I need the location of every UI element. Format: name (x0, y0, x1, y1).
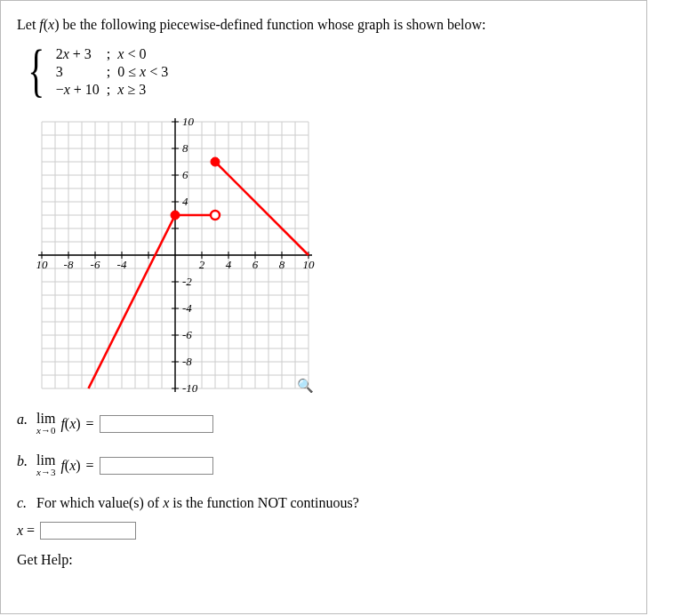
piecewise-graph: 10 -8 -6 -4 2 4 6 8 10 10 8 6 4 -2 -4 -6 (33, 113, 317, 397)
open-point-3-3 (211, 211, 220, 220)
svg-text:10: 10 (303, 258, 316, 271)
equals: = (86, 458, 94, 474)
answer-input-b[interactable] (100, 457, 213, 475)
svg-text:-4: -4 (182, 301, 192, 315)
intro-tail: be the following piecewise-defined funct… (63, 17, 486, 32)
case-expr: 2x + 3 (56, 45, 107, 63)
closed-point-3-7 (211, 157, 220, 166)
case-sep: ; (107, 81, 117, 99)
case-expr: 3 (56, 63, 107, 81)
get-help-label: Get Help: (17, 552, 630, 568)
left-brace: { (28, 44, 44, 97)
question-label: c. (17, 495, 36, 516)
svg-text:10: 10 (36, 258, 49, 271)
case-expr: −x + 10 (56, 81, 107, 99)
question-label: b. (17, 453, 36, 469)
magnifier-icon[interactable]: 🔍 (297, 378, 314, 394)
svg-text:6: 6 (252, 258, 259, 271)
svg-text:-2: -2 (182, 275, 192, 288)
case-sep: ; (107, 45, 117, 63)
questions-block: a. lim x→0 f(x) = b. lim x→3 f(x) = (17, 412, 630, 568)
svg-text:-8: -8 (182, 355, 192, 368)
case-cond: 0 ≤ x < 3 (117, 63, 175, 81)
svg-text:-4: -4 (117, 258, 127, 271)
func-expr: f(x) (60, 458, 80, 474)
svg-text:6: 6 (182, 168, 188, 181)
svg-text:-10: -10 (182, 381, 198, 395)
svg-text:10: 10 (182, 115, 195, 128)
svg-text:4: 4 (226, 258, 232, 271)
case-cond: x ≥ 3 (117, 81, 175, 99)
svg-text:4: 4 (182, 195, 188, 208)
svg-text:8: 8 (279, 258, 285, 271)
piecewise-cases: 2x + 3 ; x < 0 3 ; 0 ≤ x < 3 −x + 10 ; x… (56, 45, 176, 99)
question-label: a. (17, 412, 36, 428)
question-c-text: For which value(s) of x is the function … (36, 495, 359, 511)
svg-text:-8: -8 (64, 258, 74, 271)
closed-point-0-3 (171, 211, 180, 220)
case-row: 3 ; 0 ≤ x < 3 (56, 63, 176, 81)
svg-text:8: 8 (182, 141, 188, 155)
question-c: c. For which value(s) of x is the functi… (17, 495, 630, 540)
problem-frame: Let f(x) be the following piecewise-defi… (0, 0, 647, 614)
piecewise-definition: { 2x + 3 ; x < 0 3 ; 0 ≤ x < 3 −x + 10 ;… (22, 45, 630, 99)
equals: = (86, 416, 94, 432)
case-row: −x + 10 ; x ≥ 3 (56, 81, 176, 99)
answer-input-a[interactable] (100, 415, 213, 433)
limit-expr: lim x→0 (36, 412, 55, 436)
case-cond: x < 0 (117, 45, 175, 63)
x-equals: x = (17, 523, 35, 539)
intro-text: Let f(x) be the following piecewise-defi… (17, 17, 630, 33)
chart-container: 10 -8 -6 -4 2 4 6 8 10 10 8 6 4 -2 -4 -6 (33, 113, 317, 397)
case-row: 2x + 3 ; x < 0 (56, 45, 176, 63)
svg-text:-6: -6 (91, 258, 100, 271)
limit-expr: lim x→3 (36, 453, 55, 477)
case-sep: ; (107, 63, 117, 81)
svg-text:2: 2 (199, 258, 205, 271)
question-a: a. lim x→0 f(x) = (17, 412, 630, 436)
question-b: b. lim x→3 f(x) = (17, 453, 630, 477)
svg-text:-6: -6 (182, 328, 192, 341)
func-expr: f(x) (60, 416, 80, 432)
answer-input-c[interactable] (40, 522, 136, 540)
